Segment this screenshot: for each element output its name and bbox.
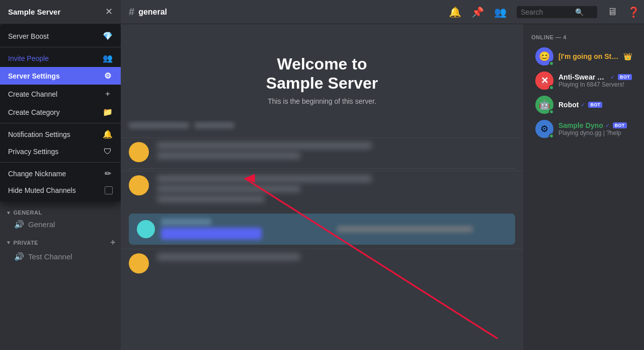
bot-badge-4: BOT xyxy=(613,122,627,128)
private-category[interactable]: ▼ PRIVATE ＋ xyxy=(0,235,121,250)
crown-icon-1: 👑 xyxy=(623,52,632,60)
welcome-title: Welcome toSample Server xyxy=(131,54,513,93)
member-avatar-1: 😊 xyxy=(535,47,553,65)
notification-settings-label: Notification Settings xyxy=(8,130,103,138)
general-arrow: ▼ xyxy=(6,210,11,216)
notification-icon: 🔔 xyxy=(103,129,113,139)
member-item-2[interactable]: 🤖 ✕ Anti-Swear Bot ✓ BOT Playing In 6847… xyxy=(527,68,640,93)
member-info-2: Anti-Swear Bot ✓ BOT Playing In 6847 Ser… xyxy=(558,73,632,88)
message-content-3 xyxy=(157,253,515,263)
general-category[interactable]: ▼ General xyxy=(0,207,121,218)
status-dot-2 xyxy=(549,85,554,90)
context-menu-item-notification-settings[interactable]: Notification Settings 🔔 xyxy=(0,125,121,143)
welcome-section: Welcome toSample Server This is the begi… xyxy=(121,24,523,120)
member-avatar-2: 🤖 ✕ xyxy=(535,72,553,90)
invite-icon: 👥 xyxy=(103,53,113,63)
server-title: Sample Server xyxy=(8,8,60,16)
add-channel-icon[interactable]: ＋ xyxy=(109,237,117,248)
server-settings-label: Server Settings xyxy=(8,72,103,80)
member-avatar-3: 🤖 xyxy=(535,96,553,114)
hide-muted-checkbox[interactable] xyxy=(105,186,113,194)
close-button[interactable]: ✕ xyxy=(105,6,113,17)
menu-divider-1 xyxy=(0,47,121,47)
context-menu-item-create-channel[interactable]: Create Channel ＋ xyxy=(0,85,121,103)
context-menu-item-privacy-settings[interactable]: Privacy Settings 🛡 xyxy=(0,143,121,160)
menu-divider-3 xyxy=(0,162,121,163)
server-boost-label: Server Boost xyxy=(8,32,103,40)
hide-muted-label: Hide Muted Channels xyxy=(8,186,105,194)
header-icons: 🔔 📌 👥 🔍 🖥 ❓ xyxy=(449,6,644,18)
channel-item-general[interactable]: 🔊 General xyxy=(4,218,117,231)
member-avatar-4: ⚙ xyxy=(535,120,553,138)
members-icon[interactable]: 👥 xyxy=(494,6,507,18)
member-subtext-2: Playing In 6847 Servers! xyxy=(558,81,632,88)
message-divider-1 xyxy=(129,168,515,169)
status-dot-4 xyxy=(549,133,554,138)
pin-icon[interactable]: 📌 xyxy=(471,6,484,18)
typing-bar xyxy=(129,214,515,245)
search-box[interactable]: 🔍 xyxy=(517,6,597,18)
create-channel-label: Create Channel xyxy=(8,90,103,98)
member-name-2: Anti-Swear Bot xyxy=(558,73,608,81)
message-row-3 xyxy=(121,249,523,277)
menu-divider-2 xyxy=(0,123,121,123)
member-info-3: Robot ✓ BOT xyxy=(558,101,632,109)
blurred-header-row xyxy=(121,120,523,137)
typing-extra xyxy=(337,226,507,232)
verified-icon-3: ✓ xyxy=(581,102,585,108)
welcome-subtitle: This is the beginning of this server. xyxy=(131,97,513,105)
message-avatar-2 xyxy=(129,175,149,195)
channel-name: general xyxy=(138,8,167,17)
sidebar: Server Boost 💎 Invite People 👥 Server Se… xyxy=(0,24,121,350)
member-item-4[interactable]: ⚙ Sample Dyno ✓ BOT Playing dyno.gg | ?h… xyxy=(527,117,640,141)
bot-badge-2: BOT xyxy=(618,74,632,80)
context-menu: Server Boost 💎 Invite People 👥 Server Se… xyxy=(0,24,121,201)
context-menu-item-server-boost[interactable]: Server Boost 💎 xyxy=(0,27,121,45)
bot-badge-3: BOT xyxy=(588,102,602,108)
member-info-4: Sample Dyno ✓ BOT Playing dyno.gg | ?hel… xyxy=(558,121,632,136)
message-avatar-3 xyxy=(129,253,149,273)
typing-avatar xyxy=(137,220,155,238)
member-item-3[interactable]: 🤖 Robot ✓ BOT xyxy=(527,93,640,117)
search-input[interactable] xyxy=(521,8,571,16)
member-item-1[interactable]: 😊 [I'm going on Strike!] 👑 xyxy=(527,44,640,68)
server-name-bar: Sample Server ✕ xyxy=(0,0,121,24)
change-nickname-label: Change Nickname xyxy=(8,170,103,178)
context-menu-item-change-nickname[interactable]: Change Nickname ✏ xyxy=(0,165,121,182)
context-menu-item-create-category[interactable]: Create Category 📁 xyxy=(0,103,121,121)
nickname-icon: ✏ xyxy=(103,169,113,178)
create-category-icon: 📁 xyxy=(103,107,113,117)
channel-item-test[interactable]: 🔊 Test Channel xyxy=(4,250,117,263)
context-menu-item-hide-muted[interactable]: Hide Muted Channels xyxy=(0,182,121,198)
member-info-1: [I'm going on Strike!] 👑 xyxy=(558,52,632,60)
status-dot-1 xyxy=(549,61,554,66)
main-content: Welcome toSample Server This is the begi… xyxy=(121,24,523,350)
messages-area xyxy=(121,120,523,350)
general-category-label: General xyxy=(13,209,42,216)
channel-header: # general xyxy=(121,6,449,18)
test-speaker-icon: 🔊 xyxy=(14,252,24,261)
message-content-1 xyxy=(157,142,515,162)
members-panel: Online — 4 😊 [I'm going on Strike!] 👑 xyxy=(523,24,644,350)
search-icon: 🔍 xyxy=(575,8,584,16)
invite-people-label: Invite People xyxy=(8,54,103,62)
boost-icon: 💎 xyxy=(103,31,113,41)
general-channel-label: General xyxy=(28,220,55,229)
context-menu-item-invite-people[interactable]: Invite People 👥 xyxy=(0,49,121,67)
status-dot-3 xyxy=(549,109,554,114)
privacy-icon: 🛡 xyxy=(103,147,113,156)
verified-icon-4: ✓ xyxy=(605,122,610,129)
help-icon[interactable]: ❓ xyxy=(627,6,640,18)
member-subtext-4: Playing dyno.gg | ?help xyxy=(558,129,632,136)
message-row-2 xyxy=(121,171,523,209)
message-content-2 xyxy=(157,175,515,205)
online-section-title: Online — 4 xyxy=(523,32,644,44)
create-category-label: Create Category xyxy=(8,108,103,116)
context-menu-item-server-settings[interactable]: Server Settings ⚙ xyxy=(0,67,121,85)
inbox-icon[interactable]: 🖥 xyxy=(607,6,617,18)
top-bar: Sample Server ✕ # general 🔔 📌 👥 🔍 🖥 ❓ xyxy=(0,0,644,24)
channel-hash: # xyxy=(129,6,134,18)
member-name-3: Robot xyxy=(558,101,579,109)
settings-icon: ⚙ xyxy=(103,71,113,81)
bell-icon[interactable]: 🔔 xyxy=(449,6,461,18)
